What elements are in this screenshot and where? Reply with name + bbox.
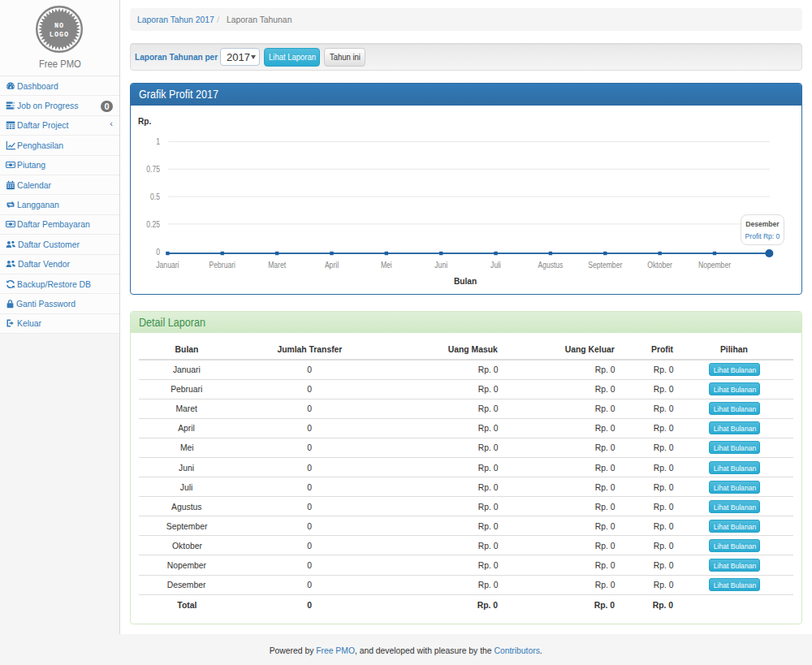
svg-text:LOGO: LOGO: [50, 31, 69, 39]
svg-text:NO: NO: [54, 22, 64, 30]
svg-text:0.5: 0.5: [150, 192, 160, 201]
svg-text:0.75: 0.75: [146, 165, 160, 174]
svg-text:September: September: [588, 261, 623, 270]
svg-text:Rp.: Rp.: [138, 116, 151, 126]
svg-text:Nopember: Nopember: [698, 261, 732, 270]
svg-text:Maret: Maret: [268, 261, 286, 270]
svg-text:Pebruari: Pebruari: [209, 261, 235, 270]
svg-text:Bulan: Bulan: [454, 276, 477, 286]
svg-text:0.25: 0.25: [146, 220, 160, 229]
svg-text:1: 1: [156, 137, 160, 146]
svg-text:Juni: Juni: [434, 261, 447, 270]
svg-text:0: 0: [156, 248, 160, 257]
svg-text:April: April: [325, 261, 339, 270]
svg-text:Januari: Januari: [156, 261, 179, 270]
svg-text:Oktober: Oktober: [647, 261, 672, 270]
svg-text:Juli: Juli: [490, 261, 501, 270]
svg-text:Mei: Mei: [381, 261, 392, 270]
svg-text:Agustus: Agustus: [538, 261, 563, 270]
